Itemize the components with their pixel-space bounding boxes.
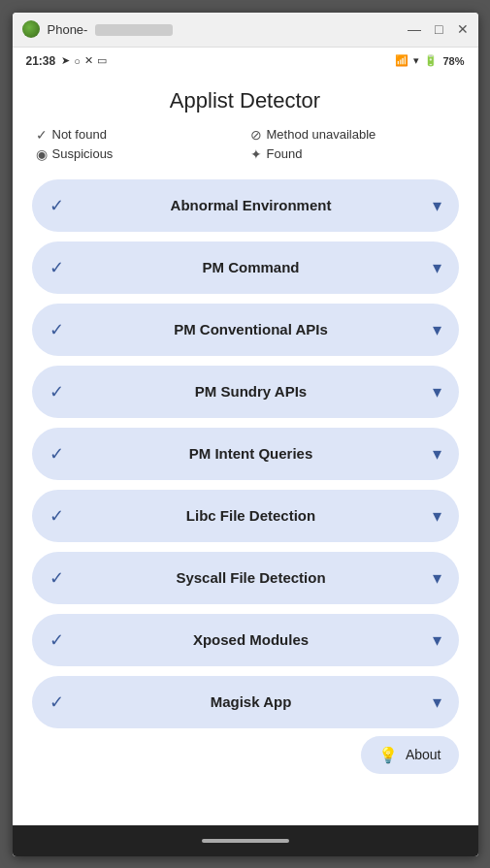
chevron-icon-8: ▾ bbox=[433, 691, 441, 713]
chevron-icon-3: ▾ bbox=[433, 381, 441, 402]
title-bar: Phone- — □ ✕ bbox=[13, 13, 478, 48]
window-controls[interactable]: — □ ✕ bbox=[408, 21, 468, 37]
detection-item-abnormal-environment[interactable]: ✓ Abnormal Environment ▾ bbox=[32, 179, 459, 232]
navigate-icon: ➤ bbox=[61, 54, 70, 67]
x-icon: ✕ bbox=[84, 54, 93, 67]
check-icon-1: ✓ bbox=[49, 257, 64, 278]
app-window: Phone- — □ ✕ 21:38 ➤ ○ ✕ ▭ 📶 bbox=[13, 13, 478, 856]
legend-not-found: ✓ Not found bbox=[36, 127, 241, 143]
legend-suspicious-label: Suspicious bbox=[52, 146, 114, 161]
detection-label-7: Xposed Modules bbox=[80, 631, 423, 648]
app-content: Applist Detector ✓ Not found ⊘ Method un… bbox=[13, 75, 478, 825]
detection-label-1: PM Command bbox=[80, 259, 423, 275]
minimize-button[interactable]: — bbox=[408, 21, 421, 37]
about-button[interactable]: 💡 About bbox=[361, 736, 459, 774]
battery-percent: 78% bbox=[442, 55, 464, 67]
chevron-icon-6: ▾ bbox=[433, 567, 441, 589]
check-icon-8: ✓ bbox=[49, 691, 64, 713]
app-title: Applist Detector bbox=[32, 88, 459, 113]
chevron-icon-0: ▾ bbox=[433, 195, 441, 216]
detection-item-syscall-file-detection[interactable]: ✓ Syscall File Detection ▾ bbox=[32, 552, 459, 604]
check-icon-0: ✓ bbox=[49, 195, 64, 216]
detection-label-8: Magisk App bbox=[80, 693, 423, 710]
status-bar: 21:38 ➤ ○ ✕ ▭ 📶 ▾ 🔋 78% bbox=[13, 48, 478, 75]
about-button-area: 💡 About bbox=[32, 728, 459, 774]
detection-label-4: PM Intent Queries bbox=[80, 445, 423, 462]
detection-label-2: PM Conventional APIs bbox=[80, 321, 423, 338]
status-left-icons: ➤ ○ ✕ ▭ bbox=[61, 54, 395, 67]
about-icon: 💡 bbox=[378, 746, 398, 764]
chevron-icon-7: ▾ bbox=[433, 629, 441, 651]
title-blurred bbox=[95, 24, 173, 36]
home-indicator bbox=[202, 839, 289, 843]
detection-item-pm-intent-queries[interactable]: ✓ PM Intent Queries ▾ bbox=[32, 428, 459, 480]
app-icon bbox=[22, 20, 40, 38]
found-icon: ✦ bbox=[250, 146, 262, 162]
chevron-icon-4: ▾ bbox=[433, 443, 441, 465]
detection-item-libc-file-detection[interactable]: ✓ Libc File Detection ▾ bbox=[32, 490, 459, 542]
detection-item-pm-conventional-apis[interactable]: ✓ PM Conventional APIs ▾ bbox=[32, 304, 459, 356]
check-icon-5: ✓ bbox=[49, 505, 64, 527]
detection-label-0: Abnormal Environment bbox=[80, 197, 423, 213]
circle-icon: ○ bbox=[74, 55, 81, 67]
chevron-icon-2: ▾ bbox=[433, 319, 441, 340]
detection-item-xposed-modules[interactable]: ✓ Xposed Modules ▾ bbox=[32, 614, 459, 666]
bottom-nav-bar bbox=[13, 825, 478, 856]
legend: ✓ Not found ⊘ Method unavailable ◉ Suspi… bbox=[32, 127, 459, 162]
window-title: Phone- bbox=[48, 22, 408, 37]
detection-label-3: PM Sundry APIs bbox=[80, 383, 423, 400]
detection-label-6: Syscall File Detection bbox=[80, 569, 423, 586]
maximize-button[interactable]: □ bbox=[435, 21, 442, 37]
not-found-icon: ✓ bbox=[36, 127, 48, 143]
status-right-icons: 📶 ▾ 🔋 78% bbox=[395, 54, 464, 67]
detection-list: ✓ Abnormal Environment ▾ ✓ PM Command ▾ … bbox=[32, 179, 459, 728]
method-unavailable-icon: ⊘ bbox=[250, 127, 262, 143]
chevron-icon-5: ▾ bbox=[433, 505, 441, 527]
chevron-icon-1: ▾ bbox=[433, 257, 441, 278]
check-icon-6: ✓ bbox=[49, 567, 64, 589]
check-icon-2: ✓ bbox=[49, 319, 64, 340]
detection-item-pm-command[interactable]: ✓ PM Command ▾ bbox=[32, 241, 459, 294]
detection-item-pm-sundry-apis[interactable]: ✓ PM Sundry APIs ▾ bbox=[32, 366, 459, 418]
legend-method-unavailable: ⊘ Method unavailable bbox=[250, 127, 455, 143]
legend-method-unavailable-label: Method unavailable bbox=[267, 127, 376, 142]
suspicious-icon: ◉ bbox=[36, 146, 48, 162]
legend-found: ✦ Found bbox=[250, 146, 455, 162]
phone-icon: ▭ bbox=[97, 54, 107, 67]
about-label: About bbox=[406, 747, 441, 762]
legend-found-label: Found bbox=[267, 146, 303, 161]
wifi-icon: ▾ bbox=[413, 54, 419, 67]
check-icon-3: ✓ bbox=[49, 381, 64, 402]
check-icon-7: ✓ bbox=[49, 629, 64, 651]
phone-screen: 21:38 ➤ ○ ✕ ▭ 📶 ▾ 🔋 78% Applist Detector bbox=[13, 48, 478, 856]
detection-label-5: Libc File Detection bbox=[80, 507, 423, 524]
close-button[interactable]: ✕ bbox=[457, 21, 469, 37]
status-time: 21:38 bbox=[26, 54, 56, 68]
check-icon-4: ✓ bbox=[49, 443, 64, 465]
cast-icon: 📶 bbox=[395, 54, 408, 67]
detection-item-magisk-app[interactable]: ✓ Magisk App ▾ bbox=[32, 676, 459, 728]
legend-suspicious: ◉ Suspicious bbox=[36, 146, 241, 162]
legend-not-found-label: Not found bbox=[52, 127, 107, 142]
battery-icon: 🔋 bbox=[424, 54, 438, 67]
